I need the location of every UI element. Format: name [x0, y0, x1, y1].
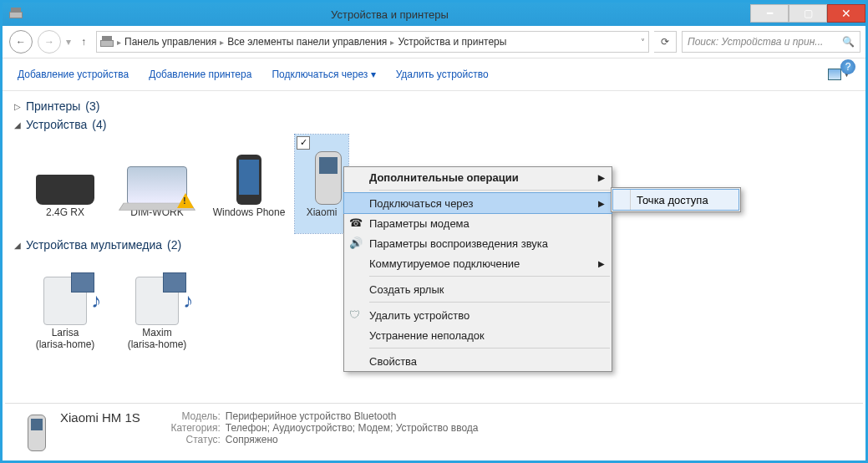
group-devices-header[interactable]: ◢ Устройства (4): [14, 118, 857, 131]
menu-properties[interactable]: Свойства: [344, 351, 612, 371]
shield-icon: 🛡: [349, 308, 363, 322]
cellphone-icon: [315, 151, 342, 205]
menu-audio-params[interactable]: 🔊 Параметры воспроизведения звука: [344, 233, 612, 253]
search-icon: 🔍: [842, 36, 855, 48]
menu-additional[interactable]: Дополнительные операции▶: [344, 167, 612, 187]
media-server-icon: [43, 277, 87, 325]
device-label: 2.4G RX: [19, 206, 111, 218]
caret-right-icon: ▷: [14, 102, 21, 111]
add-device-button[interactable]: Добавление устройства: [18, 69, 129, 80]
caret-down-icon: ◢: [14, 241, 21, 250]
caret-down-icon: ◢: [14, 120, 21, 130]
device-label: Xiaomi: [295, 206, 348, 218]
group-media-count: (2): [167, 238, 181, 252]
titlebar: Устройства и принтеры ━ ▢ ✕: [3, 3, 865, 26]
location-icon: [100, 36, 114, 48]
close-button[interactable]: ✕: [827, 4, 865, 23]
printer-titlebar-icon: [9, 8, 23, 21]
speaker-icon: 🔊: [349, 237, 363, 250]
maximize-button[interactable]: ▢: [789, 4, 827, 23]
device-label: Maxim: [111, 327, 203, 338]
device-item[interactable]: Windows Phone: [203, 135, 295, 233]
group-devices-count: (4): [92, 118, 106, 131]
submenu-gutter: [630, 190, 631, 210]
device-item[interactable]: Larisa (larisa-home): [19, 255, 111, 350]
menu-modem-params[interactable]: ☎ Параметры модема: [344, 213, 612, 233]
group-printers-count: (3): [85, 99, 99, 113]
submenu-arrow-icon: ▶: [598, 259, 605, 268]
recent-drop[interactable]: ▾: [66, 36, 71, 48]
device-item[interactable]: Maxim (larisa-home): [111, 255, 203, 350]
help-button[interactable]: ?: [840, 59, 855, 74]
minimize-button[interactable]: ━: [750, 4, 789, 23]
details-status: Сопряжено: [226, 434, 278, 445]
device-sublabel: (larisa-home): [19, 338, 111, 350]
keyboard-icon: [36, 175, 94, 205]
group-devices-title: Устройства: [26, 118, 87, 131]
context-menu: Дополнительные операции▶ Подключаться че…: [343, 166, 612, 372]
details-pane: Xiaomi HM 1S Модель:Периферийное устройс…: [5, 403, 863, 458]
details-category-label: Категория:: [160, 422, 221, 434]
window-title: Устройства и принтеры: [29, 8, 750, 21]
device-item[interactable]: DIM-WORK: [111, 135, 203, 233]
chevron-right-icon: ▸: [117, 38, 121, 47]
chevron-right-icon: ▸: [390, 38, 394, 47]
device-sublabel: (larisa-home): [111, 338, 203, 350]
menu-separator: [369, 302, 610, 303]
details-model-label: Модель:: [160, 410, 221, 422]
command-bar: Добавление устройства Добавление принтер…: [3, 59, 865, 91]
context-submenu: Точка доступа: [611, 187, 741, 212]
address-bar: ← → ▾ ↑ ▸ Панель управления ▸ Все элемен…: [3, 26, 865, 59]
search-placeholder: Поиск: Устройства и прин...: [688, 36, 823, 48]
smartphone-icon: [236, 155, 261, 205]
window-root: Устройства и принтеры ━ ▢ ✕ ← → ▾ ↑ ▸ Па…: [0, 0, 868, 463]
menu-troubleshoot[interactable]: Устранение неполадок: [344, 325, 612, 345]
location-dropdown[interactable]: ˅: [641, 38, 645, 47]
details-model: Периферийное устройство Bluetooth: [226, 410, 396, 422]
warning-icon: [177, 193, 194, 208]
menu-dialup[interactable]: Коммутируемое подключение▶: [344, 253, 612, 273]
crumb-1[interactable]: Все элементы панели управления: [227, 36, 387, 48]
device-label: Larisa: [19, 327, 111, 338]
menu-separator: [369, 276, 610, 277]
menu-separator: [369, 190, 610, 191]
details-status-label: Статус:: [160, 434, 221, 445]
remove-device-button[interactable]: Удалить устройство: [396, 69, 489, 80]
device-item-selected[interactable]: ✓ Xiaomi: [295, 135, 348, 233]
details-name: Xiaomi HM 1S: [60, 410, 140, 425]
device-item[interactable]: 2.4G RX: [19, 135, 111, 233]
menu-remove-device[interactable]: 🛡 Удалить устройство: [344, 305, 612, 325]
submenu-arrow-icon: ▶: [598, 173, 605, 182]
media-server-icon: [135, 277, 179, 325]
menu-create-shortcut[interactable]: Создать ярлык: [344, 279, 612, 299]
back-button[interactable]: ←: [9, 30, 33, 53]
forward-button[interactable]: →: [38, 30, 61, 53]
search-input[interactable]: Поиск: Устройства и прин... 🔍: [682, 31, 860, 53]
menu-separator: [369, 348, 610, 349]
up-button[interactable]: ↑: [76, 36, 91, 48]
chevron-right-icon: ▸: [220, 38, 224, 47]
crumb-2[interactable]: Устройства и принтеры: [398, 36, 506, 48]
group-printers-header[interactable]: ▷ Принтеры (3): [14, 99, 857, 113]
submenu-arrow-icon: ▶: [598, 199, 605, 208]
menu-connect-via[interactable]: Подключаться через▶: [343, 192, 612, 214]
modem-icon: ☎: [349, 216, 363, 230]
group-printers-title: Принтеры: [26, 99, 80, 113]
details-device-icon: [28, 415, 46, 451]
crumb-0[interactable]: Панель управления: [124, 36, 216, 48]
details-category: Телефон; Аудиоустройство; Модем; Устройс…: [226, 422, 479, 434]
connect-via-button[interactable]: Подключаться через ▾: [272, 69, 375, 80]
add-printer-button[interactable]: Добавление принтера: [149, 69, 251, 80]
device-label: Windows Phone: [203, 206, 295, 218]
group-media-title: Устройства мультимедиа: [26, 238, 162, 252]
breadcrumb-bar[interactable]: ▸ Панель управления ▸ Все элементы панел…: [96, 31, 649, 53]
submenu-access-point[interactable]: Точка доступа: [612, 189, 739, 211]
window-buttons: ━ ▢ ✕: [750, 4, 865, 23]
refresh-button[interactable]: ⟳: [654, 31, 677, 53]
